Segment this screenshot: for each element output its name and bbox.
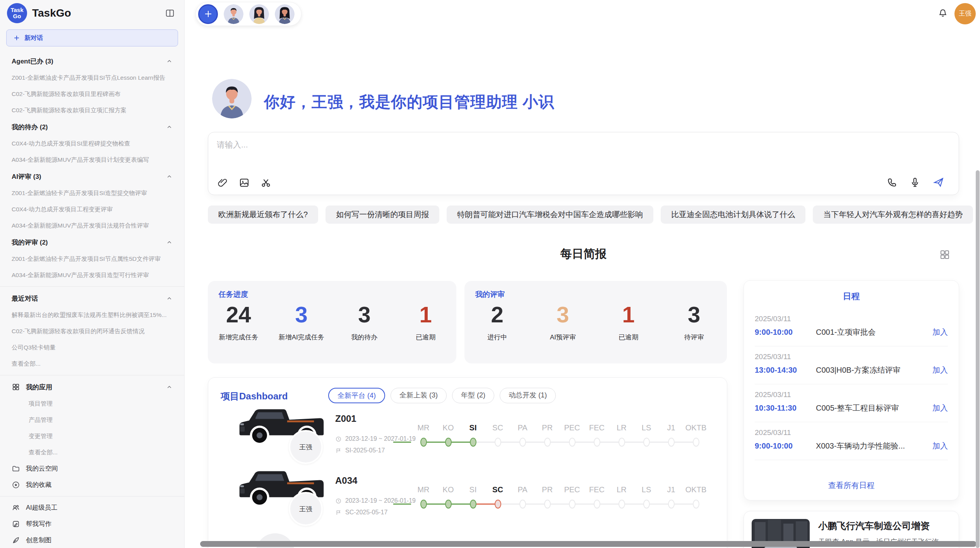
milestone-connector (498, 442, 523, 443)
milestone-node (519, 500, 526, 509)
project-code: Z001 (335, 413, 356, 424)
sidebar-group-header[interactable]: 我的应用 (0, 378, 184, 396)
member-avatar-1[interactable] (224, 4, 243, 24)
phone-icon[interactable] (886, 176, 898, 188)
star-circle-icon (12, 481, 20, 489)
notification-bell-icon[interactable] (937, 8, 948, 19)
milestone-node (594, 438, 600, 447)
milestone-node (445, 438, 452, 447)
member-avatar-2[interactable] (249, 4, 269, 24)
app-item[interactable]: 产品管理 (0, 412, 184, 428)
attachment-icon[interactable] (217, 177, 228, 188)
stat-column: 3待评审 (673, 303, 715, 342)
sidebar-item[interactable]: C02-飞腾新能源轻客改款项目里程碑画布 (0, 86, 184, 102)
milestone: MR (411, 485, 436, 509)
milestone-node (495, 438, 501, 447)
sidebar-item[interactable]: A034-全新新能源MUV产品开发项目法规符合性评审 (0, 217, 184, 234)
sidebar-group-header[interactable]: 我的待办 (2) (0, 118, 184, 135)
view-all-schedule-link[interactable]: 查看所有日程 (744, 480, 959, 491)
sidebar-item[interactable]: A034-全新新能源MUV产品开发项目计划变更表编写 (0, 152, 184, 168)
app-item[interactable]: 变更管理 (0, 428, 184, 444)
sidebar-group-header[interactable]: Agent已办 (3) (0, 53, 184, 70)
suggestion-chip[interactable]: 比亚迪全固态电池计划具体说了什么 (661, 206, 805, 224)
milestone: J1 (659, 423, 684, 447)
sidebar-tool-people[interactable]: AI超级员工 (0, 500, 184, 516)
schedule-card: 日程 2025/03/119:00-10:00C001-立项审批会加入2025/… (744, 280, 959, 500)
sidebar-item[interactable]: Z001-全新燃油皮卡产品开发项目SI节点Lesson Learn报告 (0, 70, 184, 86)
milestone-track: MRKOSISCPAPRPECFECLRLSJ1OKTB (411, 485, 708, 509)
stat-label: AI预评审 (550, 333, 576, 342)
chat-input[interactable] (217, 139, 944, 168)
milestone-node (693, 500, 699, 509)
suggestion-chip[interactable]: 如何写一份清晰的项目周报 (326, 206, 439, 224)
project-row[interactable]: 王强Z0012023-12-19 ~ 2027-01-19SI-2025-05-… (208, 396, 727, 458)
sidebar-item[interactable]: Z001-全新燃油轻卡产品开发项目SI造型提交物评审 (0, 185, 184, 201)
recent-chat-item[interactable]: 解释最新出台的欧盟报废车法规再生塑料比例被调至15%... (0, 307, 184, 323)
new-chat-button[interactable]: 新对话 (6, 29, 178, 46)
view-all-apps-link[interactable]: 查看全部... (0, 444, 184, 461)
view-all-recent-link[interactable]: 查看全部... (0, 356, 184, 372)
suggestion-chip[interactable]: 特朗普可能对进口汽车增税会对中国车企造成哪些影响 (447, 206, 653, 224)
suggestion-chip[interactable]: 当下年轻人对汽车外观有怎样的喜好趋势 (813, 206, 973, 224)
event-row: 9:00-10:00X003-车辆动力学性能验...加入 (755, 441, 948, 451)
vertical-scrollbar[interactable] (976, 170, 980, 548)
join-event-link[interactable]: 加入 (932, 441, 948, 451)
milestone-connector (473, 503, 498, 505)
sidebar-group-title: 我的评审 (2) (12, 238, 48, 247)
sidebar-group-header[interactable]: 我的评审 (2) (0, 234, 184, 251)
milestone-label: FEC (589, 485, 605, 494)
sidebar-item[interactable]: C0X4-动力总成开发项目SI里程碑提交物检查 (0, 135, 184, 152)
milestone-connector (622, 503, 646, 505)
recent-chat-item[interactable]: 公司Q3轻卡销量 (0, 339, 184, 356)
layout-grid-icon[interactable] (939, 249, 951, 260)
milestone: PEC (560, 485, 584, 509)
milestone-node (544, 500, 551, 509)
sidebar-item[interactable]: A034-全新新能源MUV产品开发项目造型可行性评审 (0, 267, 184, 283)
project-flag-text: SI-2025-05-17 (345, 447, 385, 454)
milestone-connector (473, 442, 498, 443)
join-event-link[interactable]: 加入 (932, 365, 948, 375)
milestone-node (668, 500, 675, 509)
milestone-node (569, 500, 576, 509)
horizontal-scrollbar[interactable] (200, 541, 977, 547)
milestone: FEC (584, 423, 609, 447)
milestone-label: J1 (667, 485, 675, 494)
sidebar-item[interactable]: Z001-全新燃油轻卡产品开发项目SI节点属性5D文件评审 (0, 251, 184, 267)
sidebar-group-title: 最近对话 (12, 294, 38, 303)
sidebar-group-header[interactable]: 最近对话 (0, 290, 184, 307)
user-avatar[interactable]: 王强 (954, 3, 976, 24)
add-session-button[interactable] (198, 4, 218, 24)
send-icon[interactable] (932, 176, 945, 188)
member-avatar-3[interactable] (275, 4, 295, 24)
new-chat-label: 新对话 (24, 34, 43, 42)
milestone-label: SI (469, 423, 477, 432)
schedule-title: 日程 (744, 291, 959, 302)
milestone-node (693, 438, 699, 447)
sidebar-item[interactable]: C02-飞腾新能源轻客改款项目立项汇报方案 (0, 102, 184, 118)
milestone-connector (646, 503, 671, 505)
collapse-sidebar-icon[interactable] (165, 8, 175, 18)
sidebar-link-folder[interactable]: 我的云空间 (0, 461, 184, 477)
suggestion-chip[interactable]: 欧洲新规最近颁布了什么? (208, 206, 318, 224)
image-icon[interactable] (238, 177, 250, 188)
milestone-label: KO (443, 485, 454, 494)
milestone: LR (609, 485, 634, 509)
milestone-label: MR (417, 423, 429, 432)
join-event-link[interactable]: 加入 (932, 403, 948, 413)
project-row[interactable]: 王强A0342023-12-19 ~ 2026-01-19SC-2025-05-… (208, 458, 727, 520)
chat-composer (208, 132, 959, 195)
milestone-node (495, 500, 501, 509)
scissors-icon[interactable] (260, 177, 272, 188)
sidebar-tool-write[interactable]: 帮我写作 (0, 516, 184, 532)
sidebar-tool-feather[interactable]: 创意制图 (0, 532, 184, 548)
milestone-label: MR (417, 485, 429, 494)
app-item[interactable]: 项目管理 (0, 396, 184, 412)
milestone-track: MRKOSISCPAPRPECFECLRLSJ1OKTB (411, 423, 708, 447)
milestone: J1 (659, 485, 684, 509)
join-event-link[interactable]: 加入 (932, 327, 948, 337)
sidebar-item[interactable]: C0X4-动力总成开发项目工程变更评审 (0, 201, 184, 217)
mic-icon[interactable] (909, 176, 921, 188)
sidebar-group-header[interactable]: AI评审 (3) (0, 168, 184, 185)
recent-chat-item[interactable]: C02-飞腾新能源轻客改款项目的闭环通告反馈情况 (0, 323, 184, 339)
sidebar-link-star-circle[interactable]: 我的收藏 (0, 477, 184, 493)
